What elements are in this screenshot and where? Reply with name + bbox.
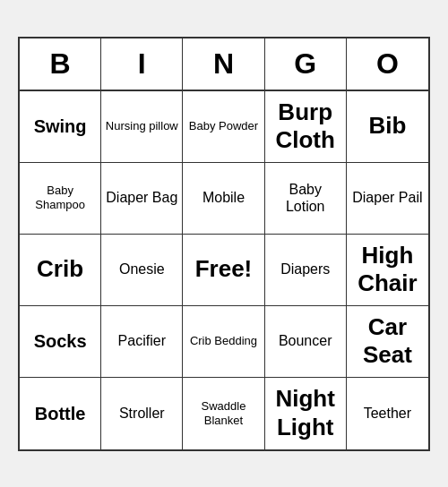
cell-text: Baby Powder [189, 119, 258, 133]
bingo-cell: High Chair [347, 235, 428, 306]
bingo-cell: Burp Cloth [265, 91, 347, 163]
header-letter: G [265, 38, 347, 90]
cell-text: Diapers [280, 261, 330, 278]
cell-text: Swing [34, 115, 87, 137]
bingo-cell: Baby Shampoo [20, 163, 101, 235]
cell-text: Free! [195, 255, 253, 283]
header-letter: I [101, 38, 183, 90]
bingo-cell: Onesie [101, 235, 183, 306]
bingo-card: BINGO SwingNursing pillowBaby PowderBurp… [18, 37, 430, 451]
cell-text: Night Light [269, 385, 342, 440]
bingo-cell: Stroller [101, 378, 183, 449]
bingo-cell: Diaper Pail [347, 163, 428, 235]
header-letter: O [347, 38, 428, 90]
cell-text: Diaper Bag [106, 189, 177, 206]
bingo-cell: Crib Bedding [183, 306, 264, 378]
cell-text: Diaper Pail [352, 189, 422, 206]
bingo-cell: Teether [347, 378, 428, 449]
bingo-cell: Swaddle Blanket [183, 378, 264, 449]
cell-text: Socks [34, 330, 87, 352]
cell-text: Pacifier [118, 332, 166, 349]
cell-text: High Chair [350, 242, 425, 297]
bingo-cell: Bouncer [265, 306, 347, 378]
bingo-cell: Bib [347, 91, 428, 163]
bingo-grid: SwingNursing pillowBaby PowderBurp Cloth… [20, 91, 428, 449]
cell-text: Crib [37, 255, 83, 283]
bingo-header: BINGO [20, 38, 428, 91]
cell-text: Car Seat [350, 313, 425, 369]
bingo-cell: Socks [20, 306, 101, 378]
bingo-cell: Baby Lotion [265, 163, 347, 235]
header-letter: N [183, 38, 264, 90]
bingo-cell: Free! [183, 235, 264, 306]
bingo-cell: Pacifier [101, 306, 183, 378]
bingo-cell: Night Light [265, 378, 347, 449]
cell-text: Burp Cloth [269, 98, 342, 154]
cell-text: Swaddle Blanket [186, 399, 260, 427]
bingo-cell: Diapers [265, 235, 347, 306]
bingo-cell: Nursing pillow [101, 91, 183, 163]
cell-text: Bib [368, 112, 406, 140]
cell-text: Bouncer [279, 332, 332, 349]
cell-text: Teether [364, 405, 411, 422]
cell-text: Crib Bedding [190, 334, 257, 348]
cell-text: Stroller [119, 405, 165, 422]
cell-text: Baby Shampoo [23, 184, 97, 211]
header-letter: B [20, 38, 101, 90]
bingo-cell: Crib [20, 235, 101, 306]
cell-text: Nursing pillow [106, 119, 178, 133]
cell-text: Baby Lotion [269, 181, 342, 215]
cell-text: Mobile [202, 189, 245, 206]
cell-text: Onesie [119, 261, 165, 278]
bingo-cell: Car Seat [347, 306, 428, 378]
cell-text: Bottle [35, 403, 86, 424]
bingo-cell: Mobile [183, 163, 264, 235]
bingo-cell: Swing [20, 91, 101, 163]
bingo-cell: Baby Powder [183, 91, 264, 163]
bingo-cell: Bottle [20, 378, 101, 449]
bingo-cell: Diaper Bag [101, 163, 183, 235]
